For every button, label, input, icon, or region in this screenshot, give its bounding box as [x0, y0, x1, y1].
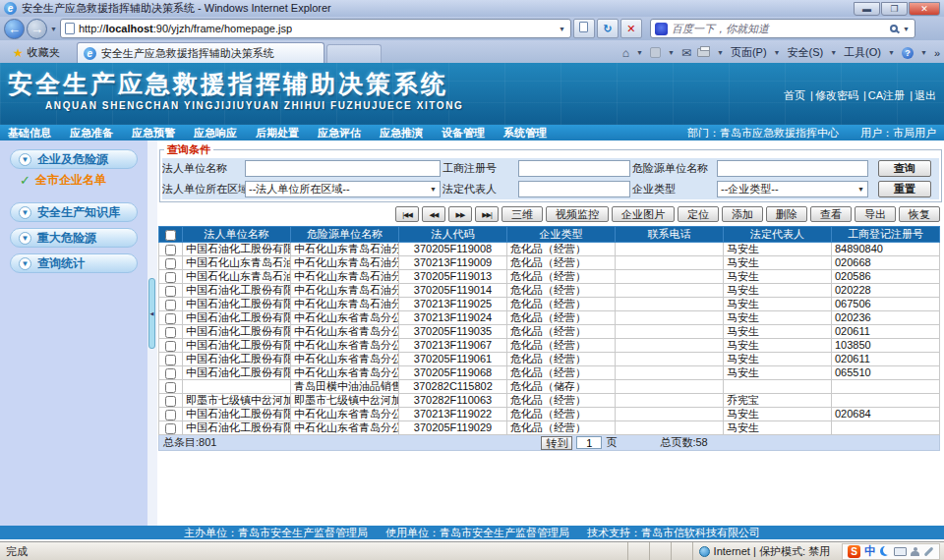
row-checkbox[interactable] — [165, 410, 176, 420]
last-page-button[interactable]: ▶▶| — [475, 206, 499, 222]
help-icon[interactable]: ? — [902, 47, 914, 59]
wrench-icon[interactable] — [924, 546, 934, 556]
ime-chinese-mode[interactable]: 中 — [864, 543, 876, 560]
toolbar-button[interactable]: 企业图片 — [612, 206, 675, 222]
menu-page[interactable]: 页面(P) — [731, 45, 767, 60]
row-checkbox[interactable] — [165, 245, 176, 255]
nav-item[interactable]: 应急响应 — [194, 126, 237, 140]
sidebar-section-query-stats[interactable]: ▼ 查询统计 — [10, 253, 138, 273]
row-checkbox[interactable] — [165, 355, 176, 365]
goto-button[interactable]: 转到 — [541, 436, 572, 450]
next-page-button[interactable]: ▶▶ — [448, 206, 472, 222]
nav-item[interactable]: 后期处置 — [256, 126, 299, 140]
row-checkbox[interactable] — [165, 341, 176, 352]
row-checkbox[interactable] — [165, 327, 176, 338]
forward-button[interactable]: → — [27, 19, 47, 39]
header-link[interactable]: 退出 — [907, 89, 936, 101]
first-page-button[interactable]: |◀◀ — [395, 206, 419, 222]
search-icon[interactable] — [890, 25, 898, 32]
page-number-input[interactable] — [576, 436, 602, 449]
row-checkbox[interactable] — [165, 368, 176, 379]
toolbar-button[interactable]: 添加 — [722, 206, 763, 222]
toolbar-button[interactable]: 视频监控 — [546, 206, 609, 222]
moon-icon[interactable] — [880, 546, 890, 556]
reset-button[interactable]: 重置 — [878, 181, 931, 197]
nav-item[interactable]: 应急准备 — [70, 126, 113, 140]
legal-rep-input[interactable] — [518, 181, 630, 197]
home-icon[interactable]: ⌂ — [622, 46, 629, 60]
reg-no-input[interactable] — [518, 160, 630, 177]
address-dropdown-icon[interactable]: ▼ — [558, 26, 566, 32]
header-link[interactable]: CA注册 — [860, 89, 905, 101]
nav-item[interactable]: 应急推演 — [380, 126, 423, 140]
table-row[interactable]: 中国石油化工股份有限公司山东青岛石油分公司 中石化山东青岛石油分公司8加油站 3… — [159, 243, 940, 256]
hazard-name-input[interactable] — [717, 160, 868, 177]
feeds-icon[interactable] — [650, 47, 661, 58]
sogou-icon[interactable]: S — [848, 545, 860, 558]
table-row[interactable]: 中国石油化工股份有限公司山东青岛石油分公司 中石化山东青岛石油分公司14加油站 … — [159, 284, 940, 298]
nav-item[interactable]: 设备管理 — [442, 126, 485, 140]
favorites-button[interactable]: ★ 收藏夹 — [4, 43, 69, 62]
refresh-button[interactable]: ↻ — [597, 19, 619, 38]
search-button[interactable]: 查询 — [878, 160, 931, 177]
table-row[interactable]: 青岛田横中油油品销售有限公司 370282C115802 危化品（储存） — [159, 380, 940, 394]
compatibility-view-button[interactable] — [573, 19, 595, 38]
sidebar-section-enterprise[interactable]: ▼ 企业及危险源 — [10, 149, 138, 169]
table-row[interactable]: 中国石化山东青岛石油分公司 中石化山东青岛石油分公司09加油站 370213F1… — [159, 256, 940, 270]
sidebar-section-knowledge[interactable]: ▼ 安全生产知识库 — [10, 202, 138, 222]
toolbar-button[interactable]: 导出 — [855, 206, 896, 222]
table-row[interactable]: 中国石油化工股份有限公司山东省青岛分公司 中石化山东省青岛分公司68站 3702… — [159, 366, 940, 380]
table-row[interactable]: 中国石化山东青岛石油分公司 中石化山东青岛石油分公司13加油站 370205F1… — [159, 270, 940, 284]
sidebar-item-city-enterprise-list[interactable]: ✓ 全市企业名单 — [20, 172, 148, 189]
toolbar-button[interactable]: 删除 — [766, 206, 807, 222]
header-link[interactable]: 修改密码 — [807, 89, 858, 101]
corp-name-input[interactable] — [245, 160, 441, 177]
tab-active[interactable]: e 安全生产应急救援指挥辅助决策系统 — [77, 42, 324, 63]
table-row[interactable]: 中国石油化工股份有限公司山东青岛石油分公司 中石化山东青岛石油分公司25站 37… — [159, 298, 940, 311]
table-row[interactable]: 即墨市七级镇中岔河加油站 即墨市七级镇中岔河加油站 370282F110063 … — [159, 394, 940, 408]
table-row[interactable]: 中国石油化工股份有限公司山东省青岛分公司 中石化山东省青岛分公司35站 3702… — [159, 325, 940, 339]
toolbar-button[interactable]: 查看 — [810, 206, 852, 222]
row-checkbox[interactable] — [165, 258, 176, 269]
splitter-collapse-handle[interactable]: ◀ — [148, 278, 155, 349]
menu-security[interactable]: 安全(S) — [788, 45, 824, 60]
search-dropdown-icon[interactable]: ▼ — [902, 26, 911, 32]
minimize-button[interactable]: ▬ — [854, 2, 880, 16]
address-input[interactable]: http://localhost:90/yjzh/frame/homepage.… — [60, 19, 571, 38]
nav-item[interactable]: 基础信息 — [8, 126, 51, 140]
row-checkbox[interactable] — [165, 286, 176, 297]
row-checkbox[interactable] — [165, 423, 176, 434]
table-row[interactable]: 中国石油化工股份有限公司山东省青岛分公司 中石化山东省青岛分公司67站 3702… — [159, 339, 940, 353]
toolbar-button[interactable]: 定位 — [678, 206, 719, 222]
toolbar-button[interactable]: 三维 — [502, 206, 543, 222]
close-button[interactable]: ✕ — [909, 2, 940, 16]
header-link[interactable]: 首页 — [784, 89, 805, 101]
overflow-chevron[interactable]: » — [934, 47, 940, 59]
row-checkbox[interactable] — [165, 396, 176, 407]
toolbar-button[interactable]: 恢复 — [899, 206, 940, 222]
new-tab-stub[interactable] — [326, 44, 382, 63]
back-button[interactable]: ← — [4, 19, 25, 39]
select-all-checkbox[interactable] — [165, 230, 176, 241]
sidebar-splitter[interactable]: ◀ — [148, 140, 157, 526]
mail-icon[interactable]: ✉ — [681, 46, 691, 60]
row-checkbox[interactable] — [165, 300, 176, 310]
print-icon[interactable] — [697, 48, 710, 57]
row-checkbox[interactable] — [165, 382, 176, 393]
table-row[interactable]: 中国石油化工股份有限公司山东省青岛分公司 中石化山东省青岛分公司29站 3702… — [159, 421, 940, 435]
nav-item[interactable]: 系统管理 — [503, 126, 547, 140]
prev-page-button[interactable]: ◀◀ — [422, 206, 445, 222]
table-row[interactable]: 中国石油化工股份有限公司山东省青岛分公司 中石化山东省青岛分公司24站 3702… — [159, 311, 940, 325]
search-input[interactable]: 百度一下，你就知道 ▼ — [650, 19, 915, 38]
region-select[interactable]: --法人单位所在区域-- ▼ — [245, 181, 441, 197]
maximize-button[interactable]: ❐ — [881, 2, 908, 16]
nav-item[interactable]: 应急评估 — [318, 126, 361, 140]
person-icon[interactable] — [911, 547, 919, 556]
ent-type-select[interactable]: --企业类型-- ▼ — [717, 181, 868, 197]
history-dropdown-icon[interactable]: ▼ — [49, 26, 58, 32]
table-row[interactable]: 中国石油化工股份有限公司山东省青岛分公司 中石化山东省青岛分公司第22站 370… — [159, 408, 940, 421]
nav-item[interactable]: 应急预警 — [132, 126, 175, 140]
row-checkbox[interactable] — [165, 313, 176, 324]
row-checkbox[interactable] — [165, 272, 176, 283]
table-row[interactable]: 中国石油化工股份有限公司山东省青岛分公司 中石化山东省青岛分公司61站 3702… — [159, 353, 940, 366]
